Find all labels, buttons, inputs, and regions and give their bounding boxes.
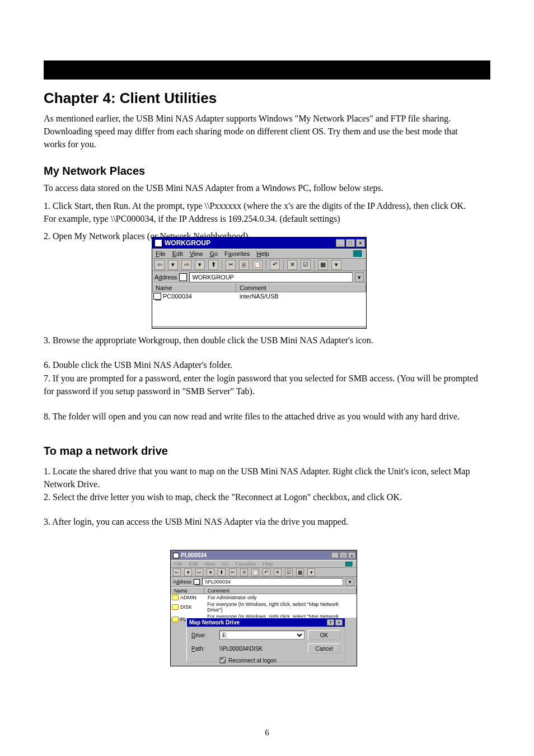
- col-name[interactable]: Name: [152, 283, 236, 292]
- path-input[interactable]: [219, 644, 305, 653]
- path-label: Path:: [191, 646, 216, 652]
- up-button[interactable]: ⬆: [208, 260, 218, 270]
- col-comment[interactable]: Comment: [204, 587, 357, 594]
- menu-view[interactable]: View: [190, 250, 203, 257]
- paste-button[interactable]: 📋: [252, 260, 263, 270]
- menubar: FFileile Edit View Go Favorites Help: [152, 249, 366, 259]
- menu-file[interactable]: FFileile: [156, 250, 166, 257]
- list-view: ADMIN For Administrator only DISK For ev…: [171, 594, 357, 618]
- folder-icon: [172, 595, 179, 600]
- copy-button[interactable]: ⎘: [240, 568, 248, 576]
- row-comment: For Administrator only: [204, 594, 260, 601]
- forward-dropdown[interactable]: ▾: [195, 260, 205, 270]
- drive-label: Drive:: [191, 632, 216, 638]
- folder-icon: [172, 617, 179, 622]
- forward-button[interactable]: ⇨: [195, 568, 203, 576]
- col-name[interactable]: Name: [171, 587, 204, 594]
- dialog-title: Map Network Drive: [189, 619, 240, 626]
- menu-favorites[interactable]: Favorites: [235, 561, 256, 567]
- row-name: DISK: [180, 604, 192, 610]
- list-item[interactable]: DISK For everyone (In Windows, right cli…: [171, 601, 357, 613]
- menu-file[interactable]: File: [174, 561, 182, 567]
- row-name: PC000034: [163, 293, 192, 300]
- properties-button[interactable]: ☑: [301, 260, 311, 270]
- menu-edit[interactable]: Edit: [189, 561, 198, 567]
- step-map-1: 1. Locate the shared drive that you want…: [44, 465, 480, 491]
- address-dropdown[interactable]: ▾: [355, 272, 364, 282]
- address-bar: Address ▾: [171, 577, 357, 587]
- dialog-close-button[interactable]: ×: [335, 619, 343, 626]
- views-button[interactable]: ▦: [296, 568, 304, 576]
- titlebar: WORKGROUP _ □ ×: [152, 237, 366, 249]
- back-button[interactable]: ⇦: [154, 260, 165, 270]
- minimize-button[interactable]: _: [336, 239, 345, 247]
- address-icon: [179, 273, 187, 281]
- delete-button[interactable]: ✕: [274, 568, 282, 576]
- close-button[interactable]: ×: [348, 552, 355, 558]
- address-input[interactable]: [189, 272, 353, 282]
- menu-view[interactable]: View: [204, 561, 215, 567]
- maximize-button[interactable]: □: [346, 239, 355, 247]
- windows-flag-icon: [345, 561, 353, 567]
- forward-dropdown[interactable]: ▾: [207, 568, 214, 576]
- header-bar: [44, 60, 490, 80]
- menu-favorites[interactable]: Favorites: [224, 250, 250, 257]
- menu-help[interactable]: Help: [263, 561, 273, 567]
- menu-go[interactable]: Go: [222, 561, 228, 567]
- ok-button[interactable]: OK: [308, 630, 340, 640]
- minimize-button[interactable]: _: [331, 552, 339, 558]
- undo-button[interactable]: ↶: [263, 568, 270, 576]
- blank: [44, 530, 480, 543]
- address-dropdown[interactable]: ▾: [345, 578, 354, 586]
- list-item[interactable]: ADMIN For Administrator only: [171, 594, 357, 601]
- section-map-drive: To map a network drive: [44, 445, 168, 458]
- menu-edit[interactable]: Edit: [172, 250, 183, 257]
- step-8: 8. The folder will open and you can now …: [44, 410, 480, 423]
- cut-button[interactable]: ✂: [226, 260, 236, 270]
- dialog-titlebar: Map Network Drive ? ×: [187, 618, 345, 627]
- step-map-3: 3. After login, you can access the USB M…: [44, 515, 480, 528]
- computer-icon: [153, 293, 161, 300]
- maximize-button[interactable]: □: [340, 552, 347, 558]
- column-headers: Name Comment: [171, 587, 357, 594]
- chapter-title: Chapter 4: Client Utilities: [44, 90, 217, 107]
- up-button[interactable]: ⬆: [218, 568, 226, 576]
- computer-icon: [173, 553, 179, 558]
- windows-flag-icon: [353, 250, 363, 258]
- col-comment[interactable]: Comment: [236, 283, 366, 292]
- screenshot-map-network-drive: PL000034 _ □ × File Edit View Go Favorit…: [170, 550, 357, 666]
- toolbar: ⇦ ▾ ⇨ ▾ ⬆ ✂ ⎘ 📋 ↶ ✕ ☑ ▦ ▾: [171, 568, 357, 577]
- drive-select[interactable]: E:: [219, 631, 305, 640]
- address-label: Address: [173, 579, 191, 585]
- step-1: 1. Click Start, then Run. At the prompt,…: [44, 199, 480, 225]
- address-input[interactable]: [202, 578, 343, 586]
- menu-help[interactable]: Help: [256, 250, 269, 257]
- undo-button[interactable]: ↶: [270, 260, 280, 270]
- properties-button[interactable]: ☑: [285, 568, 293, 576]
- list-item[interactable]: PC000034 interNAS/USB: [152, 292, 366, 300]
- titlebar: PL000034 _ □ ×: [171, 550, 357, 560]
- back-dropdown[interactable]: ▾: [184, 568, 192, 576]
- cut-button[interactable]: ✂: [229, 568, 237, 576]
- back-button[interactable]: ⇦: [173, 568, 181, 576]
- dialog-help-button[interactable]: ?: [327, 619, 334, 626]
- row-comment: interNAS/USB: [236, 292, 282, 300]
- reconnect-checkbox[interactable]: [219, 657, 226, 664]
- menu-go[interactable]: Go: [209, 250, 218, 257]
- paste-button[interactable]: 📋: [251, 568, 259, 576]
- row-comment: For everyone (In Windows, right click, s…: [204, 601, 357, 613]
- step-3: 3. Browse the appropriate Workgroup, the…: [44, 334, 480, 347]
- cancel-button[interactable]: Cancel: [308, 643, 340, 654]
- delete-button[interactable]: ✕: [287, 260, 297, 270]
- close-button[interactable]: ×: [356, 239, 365, 247]
- views-dropdown[interactable]: ▾: [307, 568, 315, 576]
- forward-button[interactable]: ⇨: [181, 260, 191, 270]
- step-6: 6. Double click the USB Mini NAS Adapter…: [44, 358, 480, 371]
- views-dropdown[interactable]: ▾: [331, 260, 341, 270]
- intro-paragraph: As mentioned earlier, the USB Mini NAS A…: [44, 112, 480, 151]
- views-button[interactable]: ▦: [318, 260, 328, 270]
- section-my-network: My Network Places: [44, 165, 145, 178]
- copy-button[interactable]: ⎘: [239, 260, 249, 270]
- row-name: ADMIN: [180, 595, 196, 600]
- back-dropdown[interactable]: ▾: [168, 260, 178, 270]
